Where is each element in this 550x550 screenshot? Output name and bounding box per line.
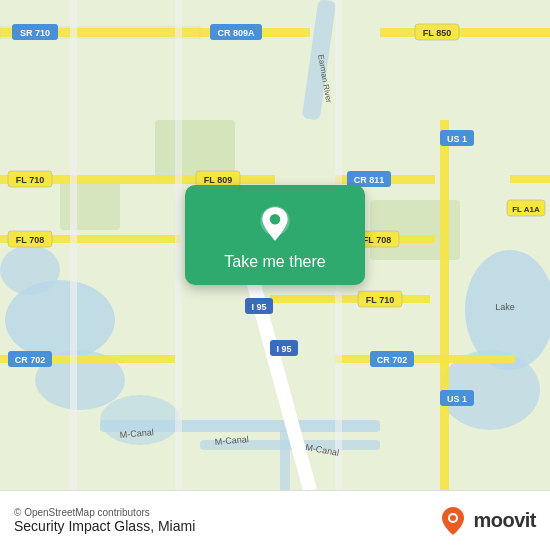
- svg-text:FL 708: FL 708: [363, 235, 391, 245]
- svg-text:FL A1A: FL A1A: [512, 205, 540, 214]
- svg-text:FL 850: FL 850: [423, 28, 451, 38]
- svg-text:CR 811: CR 811: [354, 175, 385, 185]
- svg-text:CR 702: CR 702: [15, 355, 46, 365]
- svg-text:SR 710: SR 710: [20, 28, 50, 38]
- svg-text:FL 809: FL 809: [204, 175, 232, 185]
- svg-text:CR 809A: CR 809A: [217, 28, 255, 38]
- svg-text:I 95: I 95: [276, 344, 291, 354]
- svg-text:FL 710: FL 710: [366, 295, 394, 305]
- svg-text:FL 710: FL 710: [16, 175, 44, 185]
- svg-point-73: [270, 214, 281, 225]
- svg-rect-17: [380, 28, 550, 37]
- svg-text:US 1: US 1: [447, 134, 467, 144]
- location-pin-icon: [254, 203, 296, 245]
- moovit-logo: moovit: [437, 505, 536, 537]
- moovit-text: moovit: [473, 509, 536, 532]
- moovit-icon: [437, 505, 469, 537]
- svg-rect-27: [270, 295, 430, 303]
- svg-text:US 1: US 1: [447, 394, 467, 404]
- copyright-text: © OpenStreetMap contributors: [14, 507, 195, 518]
- svg-text:I 95: I 95: [251, 302, 266, 312]
- svg-rect-26: [335, 355, 515, 363]
- svg-rect-21: [440, 120, 449, 490]
- location-name: Security Impact Glass, Miami: [14, 518, 195, 534]
- svg-text:CR 702: CR 702: [377, 355, 408, 365]
- svg-rect-12: [60, 180, 120, 230]
- svg-rect-36: [70, 0, 77, 490]
- svg-point-2: [0, 245, 60, 295]
- svg-rect-24: [510, 175, 550, 183]
- take-me-there-label: Take me there: [224, 253, 325, 271]
- svg-text:FL 708: FL 708: [16, 235, 44, 245]
- bottom-bar: © OpenStreetMap contributors Security Im…: [0, 490, 550, 550]
- take-me-there-button[interactable]: Take me there: [185, 185, 365, 285]
- map-view: I 95 I 95 SR 710 CR 809A FL 850 FL 710 F…: [0, 0, 550, 490]
- svg-rect-9: [280, 430, 290, 490]
- location-info: © OpenStreetMap contributors Security Im…: [14, 507, 195, 534]
- svg-text:Lake: Lake: [495, 302, 515, 312]
- svg-point-75: [450, 515, 456, 521]
- svg-rect-37: [175, 0, 182, 490]
